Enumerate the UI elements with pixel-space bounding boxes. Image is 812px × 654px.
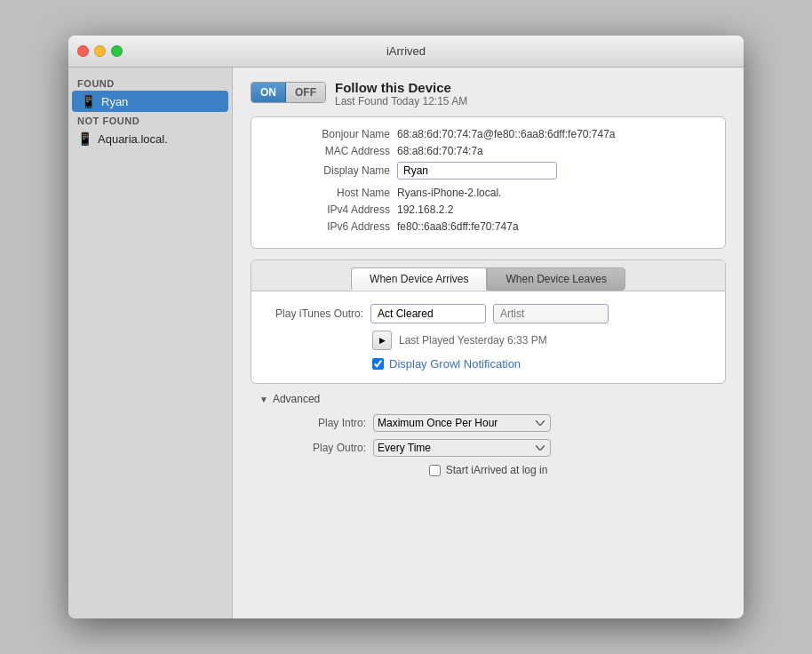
growl-label: Display Growl Notification <box>389 357 521 371</box>
bonjour-value: 68:a8:6d:70:74:7a@fe80::6aa8:6dff:fe70:7… <box>397 128 616 140</box>
sidebar: FOUND 📱 Ryan NOT FOUND 📱 Aquaria.local. <box>68 68 233 618</box>
last-found-text: Last Found Today 12:15 AM <box>335 95 467 108</box>
minimize-button[interactable] <box>94 45 106 57</box>
main-content: FOUND 📱 Ryan NOT FOUND 📱 Aquaria.local. … <box>68 68 744 618</box>
sidebar-item-aquaria-label: Aquaria.local. <box>98 132 168 146</box>
sidebar-item-ryan[interactable]: 📱 Ryan <box>72 91 228 112</box>
login-checkbox[interactable] <box>429 465 441 476</box>
follow-title: Follow this Device <box>335 80 467 95</box>
tab-arrives[interactable]: When Device Arrives <box>351 267 487 291</box>
display-name-row: Display Name <box>266 162 711 179</box>
play-intro-label: Play Intro: <box>259 417 366 429</box>
tabs-container: When Device Arrives When Device Leaves P… <box>251 259 726 384</box>
not-found-section-label: NOT FOUND <box>68 112 232 128</box>
detail-panel: ON OFF Follow this Device Last Found Tod… <box>233 68 744 618</box>
follow-text-group: Follow this Device Last Found Today 12:1… <box>335 80 467 108</box>
found-section-label: FOUND <box>68 75 232 91</box>
growl-checkbox[interactable] <box>372 358 384 370</box>
ipv6-value: fe80::6aa8:6dff:fe70:747a <box>397 220 519 233</box>
follow-row: ON OFF Follow this Device Last Found Tod… <box>251 80 726 108</box>
main-window: iArrived FOUND 📱 Ryan NOT FOUND 📱 Aquari… <box>68 36 744 618</box>
triangle-icon: ▼ <box>259 395 268 404</box>
host-label: Host Name <box>266 187 390 199</box>
bonjour-row: Bonjour Name 68:a8:6d:70:74:7a@fe80::6aa… <box>266 128 711 140</box>
host-value: Ryans-iPhone-2.local. <box>397 187 501 199</box>
play-outro-label: Play Outro: <box>259 442 366 454</box>
display-name-label: Display Name <box>266 164 390 177</box>
advanced-toggle[interactable]: ▼ Advanced <box>259 393 717 405</box>
close-button[interactable] <box>77 45 89 57</box>
play-outro-select[interactable]: Every Time Maximum Once Per Hour Once Pe… <box>373 439 551 457</box>
maximize-button[interactable] <box>111 45 123 57</box>
last-played-text: Last Played Yesterday 6:33 PM <box>399 334 547 347</box>
toggle-group: ON OFF <box>251 82 326 103</box>
toggle-on-button[interactable]: ON <box>251 83 286 102</box>
window-title: iArrived <box>386 44 426 58</box>
toggle-off-button[interactable]: OFF <box>286 83 325 102</box>
play-outro-row: Play Outro: Every Time Maximum Once Per … <box>259 439 717 457</box>
artist-input[interactable] <box>493 304 609 323</box>
ipv6-row: IPv6 Address fe80::6aa8:6dff:fe70:747a <box>266 220 711 233</box>
sidebar-item-aquaria[interactable]: 📱 Aquaria.local. <box>68 128 232 149</box>
ipv4-value: 192.168.2.2 <box>397 203 453 216</box>
play-icon: ▶ <box>379 336 386 345</box>
host-row: Host Name Ryans-iPhone-2.local. <box>266 187 711 199</box>
play-intro-select[interactable]: Maximum Once Per Hour Every Time Once Pe… <box>373 414 551 432</box>
play-row: ▶ Last Played Yesterday 6:33 PM <box>266 331 711 350</box>
tabs-content: Play iTunes Outro: ▶ Last Played Yesterd… <box>251 291 725 383</box>
bonjour-label: Bonjour Name <box>266 128 390 140</box>
advanced-section: ▼ Advanced Play Intro: Maximum Once Per … <box>251 393 726 476</box>
device-icon-ryan: 📱 <box>81 94 96 108</box>
ipv4-label: IPv4 Address <box>266 203 390 216</box>
song-input[interactable] <box>370 304 486 323</box>
play-button[interactable]: ▶ <box>372 331 392 350</box>
mac-label: MAC Address <box>266 145 390 157</box>
sidebar-item-ryan-label: Ryan <box>101 95 128 108</box>
itunes-row: Play iTunes Outro: <box>266 304 711 323</box>
tab-leaves[interactable]: When Device Leaves <box>487 267 625 291</box>
itunes-label: Play iTunes Outro: <box>266 307 363 320</box>
ipv6-label: IPv6 Address <box>266 220 390 233</box>
titlebar: iArrived <box>68 36 744 68</box>
tabs-header: When Device Arrives When Device Leaves <box>251 260 725 291</box>
login-label: Start iArrived at log in <box>446 464 548 476</box>
device-icon-aquaria: 📱 <box>77 132 92 146</box>
ipv4-row: IPv4 Address 192.168.2.2 <box>266 203 711 216</box>
mac-row: MAC Address 68:a8:6d:70:74:7a <box>266 145 711 157</box>
mac-value: 68:a8:6d:70:74:7a <box>397 145 483 157</box>
login-row: Start iArrived at log in <box>259 464 717 476</box>
display-name-input[interactable] <box>397 162 557 179</box>
advanced-label: Advanced <box>273 393 320 405</box>
growl-row: Display Growl Notification <box>266 357 711 371</box>
traffic-lights <box>77 45 123 57</box>
info-box: Bonjour Name 68:a8:6d:70:74:7a@fe80::6aa… <box>251 116 726 249</box>
play-intro-row: Play Intro: Maximum Once Per Hour Every … <box>259 414 717 432</box>
